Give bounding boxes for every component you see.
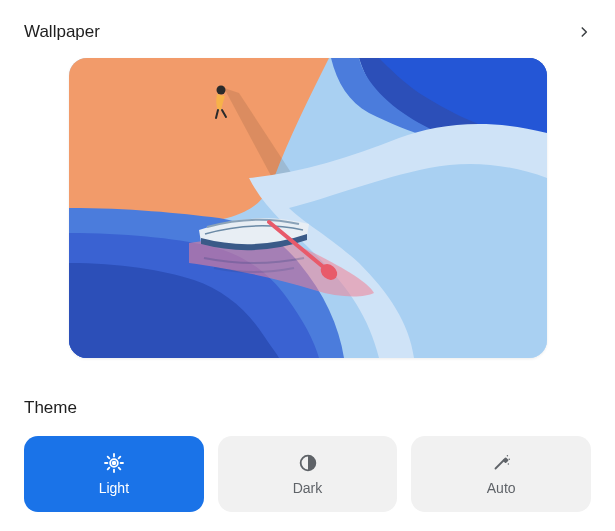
wallpaper-title: Wallpaper [24,22,100,42]
theme-title: Theme [20,398,595,436]
brightness-icon [103,452,125,474]
theme-option-dark[interactable]: Dark [218,436,398,512]
chevron-right-icon [577,25,591,39]
theme-option-auto[interactable]: Auto [411,436,591,512]
svg-point-1 [216,86,225,95]
theme-section: Theme Light [20,398,595,512]
theme-label-light: Light [99,480,129,496]
svg-line-12 [108,468,110,470]
svg-point-18 [508,463,509,464]
svg-line-15 [496,460,504,468]
wallpaper-preview[interactable] [69,58,547,358]
wallpaper-row[interactable]: Wallpaper [20,18,595,52]
magic-wand-icon [490,452,512,474]
svg-point-5 [113,462,116,465]
contrast-icon [297,452,319,474]
theme-label-auto: Auto [487,480,516,496]
theme-option-light[interactable]: Light [24,436,204,512]
svg-point-17 [509,459,510,460]
svg-line-11 [119,468,121,470]
svg-line-10 [108,457,110,459]
svg-line-13 [119,457,121,459]
theme-label-dark: Dark [293,480,323,496]
svg-point-16 [507,455,508,456]
theme-options: Light Dark Auto [20,436,595,512]
